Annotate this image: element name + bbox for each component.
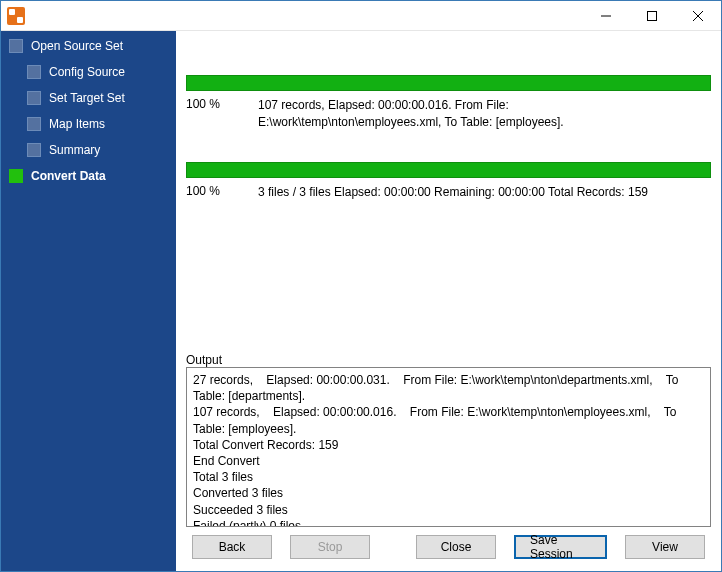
minimize-icon (601, 11, 611, 21)
step-open-source-set[interactable]: Open Source Set (9, 39, 170, 53)
button-bar: Back Stop Close Save Session View (186, 527, 711, 563)
close-window-button[interactable] (675, 1, 721, 31)
svg-rect-1 (648, 11, 657, 20)
total-progress-block: 100 % 3 files / 3 files Elapsed: 00:00:0… (186, 162, 711, 201)
maximize-button[interactable] (629, 1, 675, 31)
step-label: Config Source (49, 65, 125, 79)
step-label: Set Target Set (49, 91, 125, 105)
wizard-sidebar: Open Source Set Config Source Set Target… (1, 31, 176, 571)
step-box-icon (27, 117, 41, 131)
total-progress-text: 3 files / 3 files Elapsed: 00:00:00 Rema… (258, 184, 711, 201)
progress-area: 100 % 107 records, Elapsed: 00:00:00.016… (186, 39, 711, 347)
file-progress-bar (186, 75, 711, 91)
step-config-source[interactable]: Config Source (27, 65, 170, 79)
step-label: Map Items (49, 117, 105, 131)
file-progress-line2: E:\work\temp\nton\employees.xml, To Tabl… (258, 115, 564, 129)
file-progress-block: 100 % 107 records, Elapsed: 00:00:00.016… (186, 75, 711, 132)
maximize-icon (647, 11, 657, 21)
stop-button: Stop (290, 535, 370, 559)
output-label: Output (186, 353, 711, 367)
step-label: Convert Data (31, 169, 106, 183)
step-box-icon (9, 39, 23, 53)
app-icon (7, 7, 25, 25)
step-box-icon (27, 143, 41, 157)
step-box-icon (27, 91, 41, 105)
minimize-button[interactable] (583, 1, 629, 31)
output-textarea[interactable]: 27 records, Elapsed: 00:00:00.031. From … (186, 367, 711, 527)
back-button[interactable]: Back (192, 535, 272, 559)
titlebar (1, 1, 721, 31)
step-map-items[interactable]: Map Items (27, 117, 170, 131)
step-summary[interactable]: Summary (27, 143, 170, 157)
step-box-icon (9, 169, 23, 183)
file-progress-percent: 100 % (186, 97, 258, 132)
file-progress-text: 107 records, Elapsed: 00:00:00.016. From… (258, 97, 711, 132)
total-progress-bar (186, 162, 711, 178)
file-progress-line1: 107 records, Elapsed: 00:00:00.016. From… (258, 98, 509, 112)
view-button[interactable]: View (625, 535, 705, 559)
window-controls (583, 1, 721, 31)
step-label: Summary (49, 143, 100, 157)
step-convert-data[interactable]: Convert Data (9, 169, 170, 183)
main-panel: 100 % 107 records, Elapsed: 00:00:00.016… (176, 31, 721, 571)
close-button[interactable]: Close (416, 535, 496, 559)
step-set-target-set[interactable]: Set Target Set (27, 91, 170, 105)
app-window: Open Source Set Config Source Set Target… (0, 0, 722, 572)
step-box-icon (27, 65, 41, 79)
step-label: Open Source Set (31, 39, 123, 53)
close-icon (693, 11, 703, 21)
body: Open Source Set Config Source Set Target… (1, 31, 721, 571)
save-session-button[interactable]: Save Session (514, 535, 607, 559)
total-progress-percent: 100 % (186, 184, 258, 201)
